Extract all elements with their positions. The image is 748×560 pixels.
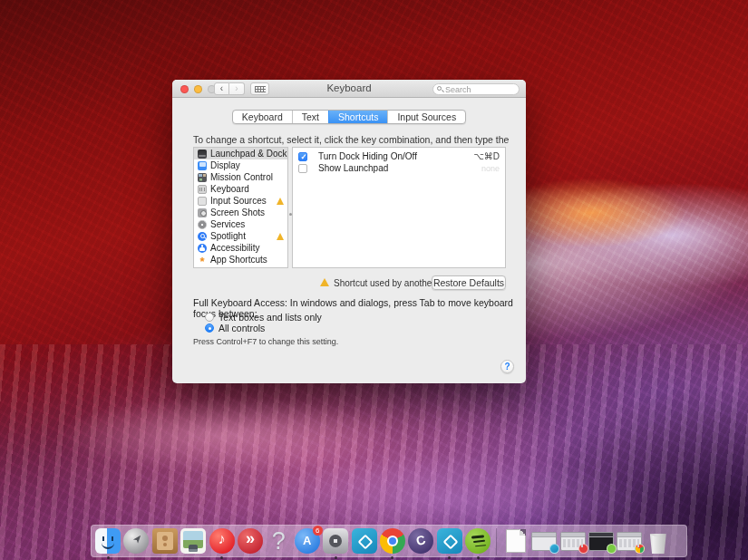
shortcut-panes: Launchpad & Dock Display Mission Control…: [193, 147, 506, 268]
radio-all-controls[interactable]: All controls: [205, 323, 265, 333]
dock-minimized-window-spotify[interactable]: [588, 532, 614, 551]
category-input-sources[interactable]: Input Sources: [194, 195, 287, 207]
accessibility-icon: [198, 244, 207, 253]
restore-defaults-button[interactable]: Restore Defaults: [432, 275, 506, 290]
category-accessibility[interactable]: Accessibility: [194, 242, 287, 254]
spotify-badge-icon: [607, 544, 617, 554]
radio-unselected-icon[interactable]: [205, 313, 214, 322]
radio-label: Text boxes and lists only: [219, 312, 322, 323]
help-button[interactable]: ?: [500, 360, 514, 373]
dock-system-preferences[interactable]: [323, 528, 348, 554]
radio-selected-icon[interactable]: [205, 323, 214, 333]
keyboard-preferences-window: ‹ › Keyboard Search Keyboard Text Shortc…: [172, 80, 526, 383]
category-launchpad-dock[interactable]: Launchpad & Dock: [194, 148, 287, 159]
dock-chrome[interactable]: [380, 528, 405, 554]
dock-minimized-window-teal[interactable]: [531, 532, 557, 551]
itunes-badge-icon: [578, 544, 588, 554]
category-label: Input Sources: [210, 196, 267, 206]
category-list: Launchpad & Dock Display Mission Control…: [193, 147, 288, 268]
search-icon: [437, 86, 442, 91]
window-titlebar[interactable]: ‹ › Keyboard Search: [172, 80, 526, 98]
dock-finder[interactable]: [95, 528, 121, 554]
mission-control-icon: [198, 173, 207, 182]
shortcut-list: Turn Dock Hiding On/Off ⌥⌘D Show Launchp…: [292, 147, 506, 268]
spotlight-icon: [198, 232, 207, 241]
category-label: Spotlight: [210, 231, 246, 241]
input-sources-icon: [198, 197, 207, 206]
shortcut-keys[interactable]: ⌥⌘D: [473, 151, 500, 161]
radio-label: All controls: [219, 323, 265, 333]
chrome-badge-icon: [635, 544, 645, 554]
dock-minimized-window-itunes[interactable]: [560, 532, 586, 551]
category-keyboard[interactable]: Keyboard: [194, 183, 287, 195]
search-placeholder: Search: [445, 85, 471, 94]
running-indicator: [107, 556, 110, 559]
app-shortcuts-icon: *: [198, 256, 207, 265]
keyboard-icon: [198, 185, 207, 194]
tab-bar: Keyboard Text Shortcuts Input Sources: [172, 110, 526, 124]
checkbox-checked[interactable]: [298, 152, 307, 161]
category-screen-shots[interactable]: Screen Shots: [194, 207, 287, 218]
teal-app-badge-icon: [549, 544, 559, 554]
tab-shortcuts[interactable]: Shortcuts: [328, 111, 387, 123]
dock-itunes[interactable]: [209, 528, 235, 554]
dock-trash-full[interactable]: [646, 528, 671, 554]
category-services[interactable]: Services: [194, 218, 287, 230]
category-mission-control[interactable]: Mission Control: [194, 171, 287, 183]
category-label: Launchpad & Dock: [210, 149, 287, 159]
screenshots-icon: [198, 208, 207, 217]
category-label: Services: [210, 219, 245, 229]
dock-spotify[interactable]: [465, 528, 491, 554]
display-icon: [198, 161, 207, 170]
dock-launchpad[interactable]: [123, 528, 149, 554]
dock-photos[interactable]: [180, 528, 206, 554]
running-indicator: [335, 556, 337, 559]
category-display[interactable]: Display: [194, 159, 287, 171]
shortcut-label: Turn Dock Hiding On/Off: [318, 151, 417, 161]
category-label: Screen Shots: [210, 208, 265, 217]
dock-teal-app-1[interactable]: [352, 528, 377, 554]
tab-keyboard[interactable]: Keyboard: [233, 111, 292, 123]
dock-bittorrent[interactable]: [408, 528, 433, 554]
running-indicator: [477, 556, 480, 559]
category-label: Accessibility: [210, 243, 259, 253]
shortcut-keys-none[interactable]: none: [481, 164, 500, 173]
category-label: Keyboard: [210, 184, 249, 194]
shortcut-label: Show Launchpad: [318, 163, 388, 173]
services-gear-icon: [198, 220, 207, 229]
warning-note-row: Shortcut used by another action Restore …: [193, 275, 506, 290]
shortcut-row-dock-hiding[interactable]: Turn Dock Hiding On/Off ⌥⌘D: [293, 150, 505, 162]
warning-icon: [320, 278, 329, 286]
dock-separator: [496, 528, 497, 555]
tab-input-sources[interactable]: Input Sources: [387, 111, 465, 123]
category-spotlight[interactable]: Spotlight: [194, 230, 287, 242]
warning-icon: [277, 198, 284, 205]
search-input[interactable]: Search: [432, 83, 520, 95]
category-label: Mission Control: [210, 172, 273, 182]
dock: ? 6: [91, 525, 687, 557]
radio-text-boxes-only[interactable]: Text boxes and lists only: [205, 312, 322, 323]
dock-document[interactable]: [506, 529, 526, 553]
tab-text[interactable]: Text: [292, 111, 328, 123]
checkbox-unchecked[interactable]: [298, 164, 307, 173]
desktop: ‹ › Keyboard Search Keyboard Text Shortc…: [0, 0, 748, 560]
dock-missing-app-icon[interactable]: ?: [266, 528, 291, 554]
warning-icon: [277, 233, 284, 240]
shortcut-row-show-launchpad[interactable]: Show Launchpad none: [293, 162, 505, 174]
dock-minimized-window-chrome[interactable]: [617, 532, 642, 551]
app-store-badge: 6: [313, 526, 323, 536]
launchpad-dock-icon: [198, 150, 207, 159]
category-app-shortcuts[interactable]: * App Shortcuts: [194, 254, 287, 266]
category-label: App Shortcuts: [210, 255, 267, 265]
footnote-text: Press Control+F7 to change this setting.: [193, 337, 338, 346]
dock-teal-app-2[interactable]: [437, 528, 462, 554]
category-label: Display: [210, 160, 240, 170]
dock-reeder[interactable]: [238, 528, 263, 554]
dock-app-store[interactable]: 6: [295, 528, 320, 554]
dock-contacts[interactable]: [152, 528, 178, 554]
